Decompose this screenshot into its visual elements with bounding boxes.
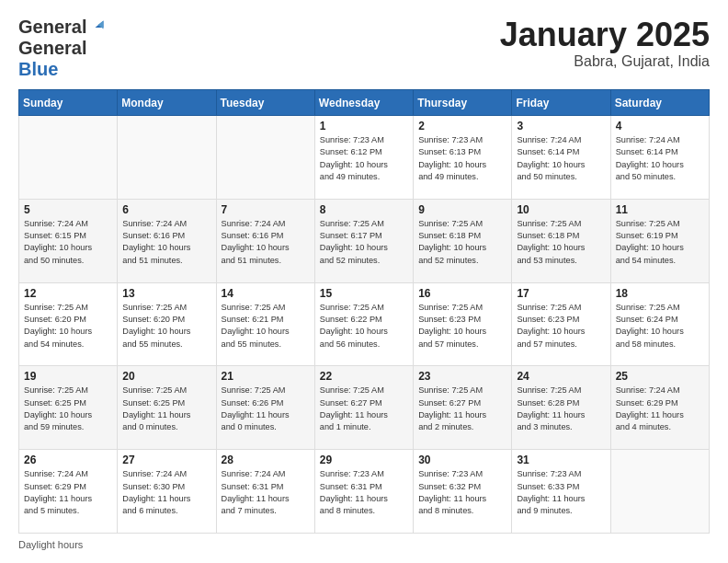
daylight-label: Daylight hours	[18, 539, 83, 550]
day-number: 11	[616, 203, 704, 216]
calendar-cell: 20Sunrise: 7:25 AMSunset: 6:25 PMDayligh…	[118, 366, 216, 450]
day-info: Sunrise: 7:25 AMSunset: 6:18 PMDaylight:…	[517, 218, 605, 267]
calendar-cell: 30Sunrise: 7:23 AMSunset: 6:32 PMDayligh…	[414, 450, 512, 534]
day-info: Sunrise: 7:24 AMSunset: 6:29 PMDaylight:…	[616, 385, 704, 433]
week-row-2: 5Sunrise: 7:24 AMSunset: 6:15 PMDaylight…	[19, 199, 710, 282]
calendar-cell: 3Sunrise: 7:24 AMSunset: 6:14 PMDaylight…	[512, 116, 610, 200]
calendar-cell: 4Sunrise: 7:24 AMSunset: 6:14 PMDaylight…	[610, 116, 709, 200]
calendar-cell: 19Sunrise: 7:25 AMSunset: 6:25 PMDayligh…	[19, 366, 118, 450]
calendar-cell: 15Sunrise: 7:25 AMSunset: 6:22 PMDayligh…	[314, 282, 413, 366]
calendar-cell: 10Sunrise: 7:25 AMSunset: 6:18 PMDayligh…	[512, 199, 610, 282]
footer-note: Daylight hours	[18, 539, 710, 550]
day-info: Sunrise: 7:25 AMSunset: 6:20 PMDaylight:…	[122, 302, 210, 350]
day-info: Sunrise: 7:25 AMSunset: 6:20 PMDaylight:…	[24, 302, 112, 350]
day-info: Sunrise: 7:23 AMSunset: 6:33 PMDaylight:…	[517, 468, 605, 517]
day-info: Sunrise: 7:24 AMSunset: 6:14 PMDaylight:…	[616, 134, 704, 183]
day-info: Sunrise: 7:24 AMSunset: 6:31 PMDaylight:…	[222, 468, 310, 517]
logo: General General Blue	[18, 17, 105, 80]
day-info: Sunrise: 7:25 AMSunset: 6:25 PMDaylight:…	[122, 385, 210, 433]
calendar-cell: 28Sunrise: 7:24 AMSunset: 6:31 PMDayligh…	[216, 450, 314, 534]
calendar-cell: 2Sunrise: 7:23 AMSunset: 6:13 PMDaylight…	[414, 116, 512, 200]
calendar-cell: 31Sunrise: 7:23 AMSunset: 6:33 PMDayligh…	[512, 450, 610, 534]
day-info: Sunrise: 7:25 AMSunset: 6:17 PMDaylight:…	[320, 218, 408, 267]
day-number: 2	[418, 120, 506, 132]
calendar-cell: 22Sunrise: 7:25 AMSunset: 6:27 PMDayligh…	[314, 366, 413, 450]
calendar-cell	[118, 116, 216, 200]
weekday-sunday: Sunday	[19, 90, 118, 116]
day-info: Sunrise: 7:24 AMSunset: 6:30 PMDaylight:…	[122, 468, 210, 517]
day-info: Sunrise: 7:25 AMSunset: 6:22 PMDaylight:…	[320, 302, 408, 350]
day-number: 1	[320, 120, 408, 132]
day-info: Sunrise: 7:23 AMSunset: 6:12 PMDaylight:…	[320, 134, 408, 183]
calendar-cell: 16Sunrise: 7:25 AMSunset: 6:23 PMDayligh…	[414, 282, 512, 366]
calendar-cell: 21Sunrise: 7:25 AMSunset: 6:26 PMDayligh…	[216, 366, 314, 450]
weekday-thursday: Thursday	[414, 90, 512, 116]
day-number: 14	[222, 287, 310, 300]
calendar-cell: 11Sunrise: 7:25 AMSunset: 6:19 PMDayligh…	[610, 199, 709, 282]
month-title: January 2025	[500, 17, 710, 53]
day-info: Sunrise: 7:25 AMSunset: 6:28 PMDaylight:…	[517, 385, 605, 433]
calendar-cell	[216, 116, 314, 200]
weekday-friday: Friday	[512, 90, 610, 116]
day-number: 9	[418, 203, 506, 216]
day-number: 20	[122, 370, 210, 383]
weekday-wednesday: Wednesday	[314, 90, 413, 116]
day-number: 17	[517, 287, 605, 300]
day-number: 18	[616, 287, 704, 300]
calendar-cell: 5Sunrise: 7:24 AMSunset: 6:15 PMDaylight…	[19, 199, 118, 282]
day-number: 5	[24, 203, 112, 216]
day-number: 29	[320, 454, 408, 466]
calendar-cell: 6Sunrise: 7:24 AMSunset: 6:16 PMDaylight…	[118, 199, 216, 282]
logo-blue-text: Blue	[18, 59, 58, 79]
calendar-cell: 17Sunrise: 7:25 AMSunset: 6:23 PMDayligh…	[512, 282, 610, 366]
calendar-cell: 26Sunrise: 7:24 AMSunset: 6:29 PMDayligh…	[19, 450, 118, 534]
weekday-header-row: SundayMondayTuesdayWednesdayThursdayFrid…	[19, 90, 710, 116]
day-number: 4	[616, 120, 704, 132]
day-info: Sunrise: 7:25 AMSunset: 6:27 PMDaylight:…	[418, 385, 506, 433]
day-number: 30	[418, 454, 506, 466]
day-number: 10	[517, 203, 605, 216]
day-info: Sunrise: 7:25 AMSunset: 6:23 PMDaylight:…	[418, 302, 506, 350]
calendar-cell: 7Sunrise: 7:24 AMSunset: 6:16 PMDaylight…	[216, 199, 314, 282]
week-row-4: 19Sunrise: 7:25 AMSunset: 6:25 PMDayligh…	[19, 366, 710, 450]
calendar-cell	[610, 450, 709, 534]
logo-general2: General	[18, 38, 86, 59]
day-info: Sunrise: 7:23 AMSunset: 6:13 PMDaylight:…	[418, 134, 506, 183]
day-info: Sunrise: 7:24 AMSunset: 6:14 PMDaylight:…	[517, 134, 605, 183]
day-number: 7	[222, 203, 310, 216]
calendar-cell: 18Sunrise: 7:25 AMSunset: 6:24 PMDayligh…	[610, 282, 709, 366]
day-number: 19	[24, 370, 112, 383]
calendar-cell: 25Sunrise: 7:24 AMSunset: 6:29 PMDayligh…	[610, 366, 709, 450]
day-info: Sunrise: 7:23 AMSunset: 6:31 PMDaylight:…	[320, 468, 408, 517]
day-number: 13	[122, 287, 210, 300]
logo-general-text: General	[18, 17, 86, 38]
day-number: 22	[320, 370, 408, 383]
day-info: Sunrise: 7:23 AMSunset: 6:32 PMDaylight:…	[418, 468, 506, 517]
calendar-cell: 1Sunrise: 7:23 AMSunset: 6:12 PMDaylight…	[314, 116, 413, 200]
week-row-5: 26Sunrise: 7:24 AMSunset: 6:29 PMDayligh…	[19, 450, 710, 534]
day-info: Sunrise: 7:25 AMSunset: 6:26 PMDaylight:…	[222, 385, 310, 433]
day-number: 8	[320, 203, 408, 216]
calendar-cell: 9Sunrise: 7:25 AMSunset: 6:18 PMDaylight…	[414, 199, 512, 282]
day-info: Sunrise: 7:25 AMSunset: 6:25 PMDaylight:…	[24, 385, 112, 433]
day-info: Sunrise: 7:25 AMSunset: 6:21 PMDaylight:…	[222, 302, 310, 350]
page-header: General General Blue January 2025 Babra,…	[18, 17, 710, 80]
day-number: 31	[517, 454, 605, 466]
day-info: Sunrise: 7:24 AMSunset: 6:16 PMDaylight:…	[122, 218, 210, 267]
day-number: 23	[418, 370, 506, 383]
calendar-cell: 8Sunrise: 7:25 AMSunset: 6:17 PMDaylight…	[314, 199, 413, 282]
day-number: 25	[616, 370, 704, 383]
calendar-cell: 23Sunrise: 7:25 AMSunset: 6:27 PMDayligh…	[414, 366, 512, 450]
day-info: Sunrise: 7:25 AMSunset: 6:18 PMDaylight:…	[418, 218, 506, 267]
day-number: 26	[24, 454, 112, 466]
day-info: Sunrise: 7:25 AMSunset: 6:19 PMDaylight:…	[616, 218, 704, 267]
day-number: 3	[517, 120, 605, 132]
weekday-saturday: Saturday	[610, 90, 709, 116]
day-info: Sunrise: 7:24 AMSunset: 6:15 PMDaylight:…	[24, 218, 112, 267]
day-info: Sunrise: 7:25 AMSunset: 6:23 PMDaylight:…	[517, 302, 605, 350]
day-number: 28	[222, 454, 310, 466]
weekday-tuesday: Tuesday	[216, 90, 314, 116]
day-number: 12	[24, 287, 112, 300]
calendar-cell: 13Sunrise: 7:25 AMSunset: 6:20 PMDayligh…	[118, 282, 216, 366]
day-number: 6	[122, 203, 210, 216]
